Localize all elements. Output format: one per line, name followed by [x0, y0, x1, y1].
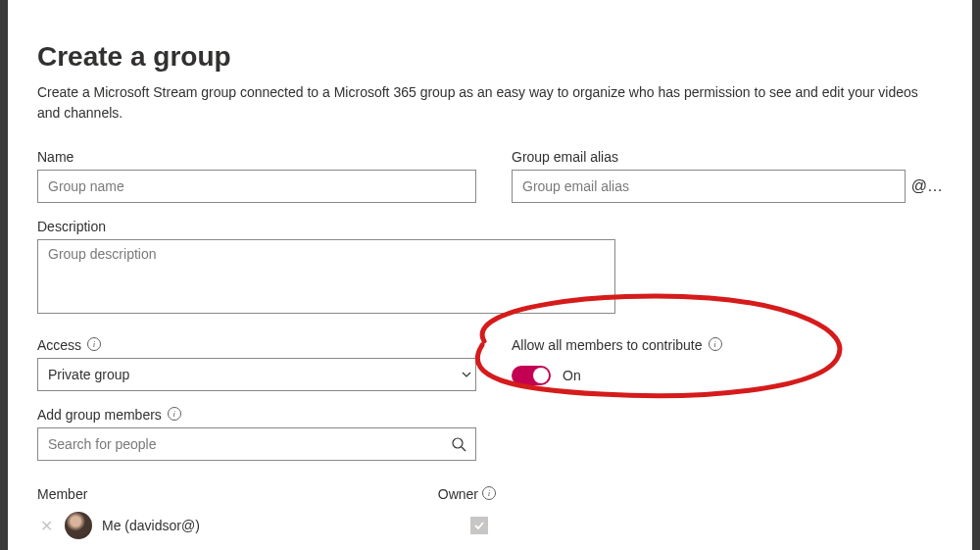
info-icon[interactable]	[168, 407, 181, 421]
field-email-alias: Group email alias @…	[512, 149, 943, 203]
search-icon	[451, 436, 466, 452]
field-name: Name	[37, 149, 476, 203]
group-name-input[interactable]	[37, 170, 476, 203]
info-icon[interactable]	[709, 337, 722, 351]
member-list-header: Member Owner	[37, 486, 496, 502]
page-title: Create a group	[37, 41, 943, 73]
avatar	[65, 512, 92, 539]
email-suffix: @…	[906, 177, 943, 195]
page-description: Create a Microsoft Stream group connecte…	[37, 82, 943, 124]
access-select[interactable]: Private group	[37, 358, 476, 391]
allow-contribute-toggle[interactable]	[512, 366, 551, 385]
add-members-label: Add group members	[37, 407, 162, 423]
add-members-search-input[interactable]	[37, 427, 476, 461]
svg-line-1	[462, 447, 466, 451]
owner-column-header: Owner	[438, 486, 478, 502]
owner-checkbox[interactable]	[470, 517, 488, 534]
remove-member-icon: ✕	[37, 517, 55, 535]
member-row: ✕ Me (davidsor@)	[37, 512, 496, 539]
info-icon[interactable]	[87, 337, 101, 351]
description-label: Description	[37, 219, 106, 234]
member-column-header: Member	[37, 486, 438, 502]
access-label: Access	[37, 337, 81, 353]
member-display-name: Me (davidsor@)	[102, 518, 461, 533]
field-allow-contribute: Allow all members to contribute On	[512, 337, 722, 385]
field-add-members: Add group members	[37, 407, 943, 461]
field-access: Access Private group	[37, 337, 476, 391]
email-alias-label: Group email alias	[512, 149, 618, 165]
toggle-knob	[533, 368, 549, 383]
group-email-alias-input[interactable]	[512, 170, 906, 203]
group-description-input[interactable]	[37, 239, 615, 314]
toggle-state-label: On	[563, 368, 581, 383]
create-group-modal: Create a group Create a Microsoft Stream…	[8, 0, 972, 550]
info-icon[interactable]	[482, 486, 496, 500]
allow-contribute-label: Allow all members to contribute	[512, 337, 703, 353]
name-label: Name	[37, 149, 74, 165]
field-description: Description	[37, 219, 943, 314]
svg-point-0	[453, 438, 463, 448]
